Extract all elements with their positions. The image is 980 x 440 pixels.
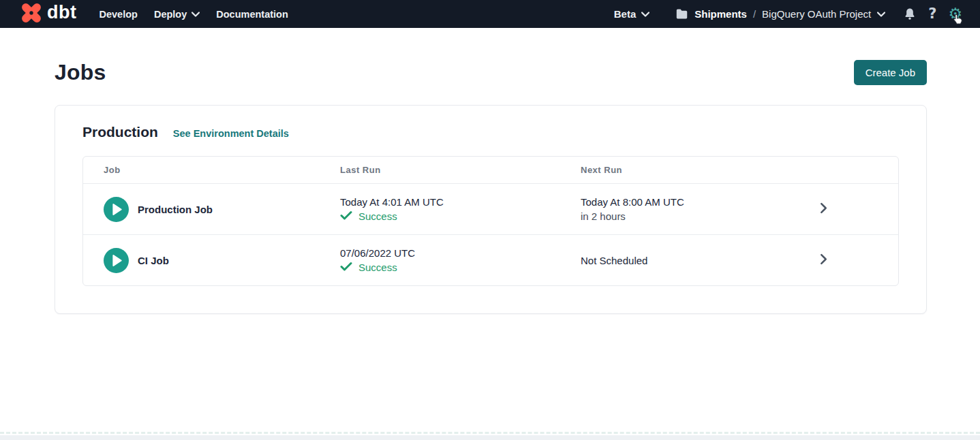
navbar-right: Beta Shipments / BigQuery OAuth Project — [614, 6, 962, 22]
chevron-right-icon — [820, 202, 827, 217]
create-job-button[interactable]: Create Job — [854, 60, 927, 85]
beta-dropdown[interactable]: Beta — [614, 8, 650, 20]
last-run-cell: Today At 4:01 AM UTC Success — [340, 196, 581, 222]
navbar-icon-group: ? ⚙ — [903, 6, 962, 22]
page-header: Jobs Create Job — [55, 60, 927, 85]
status-label: Success — [358, 210, 397, 222]
job-row-ci[interactable]: CI Job 07/06/2022 UTC Success Not Schedu… — [83, 234, 898, 285]
row-chevron[interactable] — [810, 253, 837, 268]
chevron-down-icon — [877, 12, 885, 17]
page-title: Jobs — [55, 60, 106, 85]
job-cell: Production Job — [104, 197, 340, 222]
run-play-icon[interactable] — [104, 248, 129, 273]
last-run-cell: 07/06/2022 UTC Success — [340, 247, 581, 273]
environment-header: Production See Environment Details — [82, 124, 899, 140]
environment-card: Production See Environment Details Job L… — [55, 105, 927, 314]
environment-title: Production — [82, 124, 158, 140]
jobs-table: Job Last Run Next Run Production Job Tod… — [82, 156, 899, 286]
nav-item-documentation[interactable]: Documentation — [216, 9, 288, 20]
last-run-status: Success — [340, 210, 581, 222]
folder-icon — [675, 8, 688, 20]
top-navbar: dbt Develop Deploy Documentation Beta — [0, 0, 980, 28]
last-run-time: 07/06/2022 UTC — [340, 247, 581, 259]
nav-item-label: Deploy — [154, 9, 187, 20]
chevron-down-icon — [192, 12, 200, 17]
nav-item-develop[interactable]: Develop — [99, 9, 137, 20]
dbt-logo-icon — [19, 1, 44, 28]
job-cell: CI Job — [104, 248, 340, 273]
run-play-icon[interactable] — [104, 197, 129, 222]
help-icon[interactable]: ? — [928, 7, 936, 21]
mouse-cursor-icon — [953, 14, 963, 28]
row-chevron[interactable] — [810, 202, 837, 217]
bell-icon[interactable] — [903, 7, 917, 21]
dbt-logo-text: dbt — [47, 3, 76, 22]
status-label: Success — [358, 262, 397, 273]
next-run-time: Today At 8:00 AM UTC — [581, 196, 810, 208]
chevron-down-icon — [641, 12, 649, 17]
main-nav: Develop Deploy Documentation — [99, 9, 288, 20]
beta-label: Beta — [614, 8, 637, 20]
dbt-logo[interactable]: dbt — [19, 1, 76, 28]
job-name: Production Job — [138, 204, 213, 215]
last-run-time: Today At 4:01 AM UTC — [340, 196, 581, 208]
column-header-next-run: Next Run — [581, 165, 810, 175]
page-bottom-strip — [0, 435, 980, 440]
nav-item-label: Documentation — [216, 9, 288, 20]
nav-item-label: Develop — [99, 9, 137, 20]
jobs-table-header: Job Last Run Next Run — [83, 157, 898, 183]
project-breadcrumb[interactable]: Shipments / BigQuery OAuth Project — [675, 8, 885, 20]
column-header-last-run: Last Run — [340, 165, 581, 175]
job-row-production[interactable]: Production Job Today At 4:01 AM UTC Succ… — [83, 183, 898, 234]
nav-item-deploy[interactable]: Deploy — [154, 9, 200, 20]
next-run-time: Not Scheduled — [581, 255, 810, 266]
check-icon — [340, 262, 352, 273]
job-name: CI Job — [138, 255, 169, 266]
breadcrumb-separator: / — [753, 8, 756, 20]
next-run-cell: Today At 8:00 AM UTC in 2 hours — [581, 196, 810, 222]
column-header-job: Job — [104, 165, 340, 175]
settings-gear-icon[interactable]: ⚙ — [948, 6, 962, 22]
see-environment-details-link[interactable]: See Environment Details — [173, 128, 289, 139]
page-bottom-dashed-edge — [0, 432, 980, 434]
next-run-cell: Not Scheduled — [581, 255, 810, 266]
chevron-right-icon — [820, 253, 827, 268]
last-run-status: Success — [340, 262, 581, 273]
breadcrumb-project: BigQuery OAuth Project — [762, 8, 871, 20]
breadcrumb-account: Shipments — [694, 8, 747, 20]
check-icon — [340, 210, 352, 222]
next-run-note: in 2 hours — [581, 210, 810, 222]
